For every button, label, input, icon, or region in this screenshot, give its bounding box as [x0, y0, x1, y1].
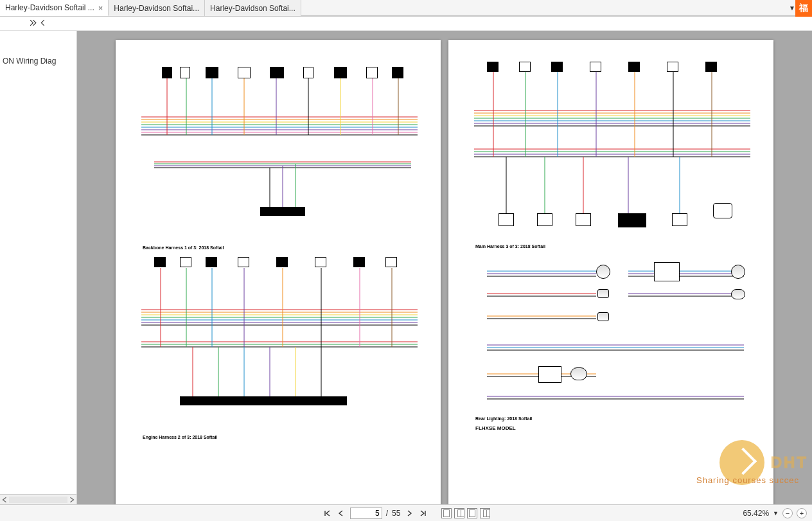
- first-page-button[interactable]: [322, 508, 332, 518]
- pdf-page-right: Main Harness 3 of 3: 2018 Softail Rear L…: [448, 40, 773, 504]
- connector: [705, 62, 717, 72]
- module: [618, 213, 646, 227]
- connector: [590, 62, 601, 72]
- watermark-tagline: Sharing courses succec: [696, 475, 799, 485]
- connector: [667, 62, 678, 72]
- connector: [206, 67, 218, 78]
- module: [713, 203, 732, 218]
- module: [576, 213, 591, 226]
- module: [597, 312, 609, 321]
- diagram-title: Main Harness 3 of 3: 2018 Softail: [475, 244, 545, 249]
- tab-label: Harley-Davidson Softai...: [114, 4, 199, 13]
- current-page-input[interactable]: [350, 508, 382, 519]
- tabs-dropdown-icon[interactable]: ▼: [789, 0, 795, 16]
- lamp-icon: [596, 265, 610, 279]
- connector: [334, 67, 347, 78]
- module: [672, 213, 687, 226]
- watermark-text: DHT: [771, 454, 808, 472]
- connector: [180, 396, 347, 405]
- page-separator: /: [386, 509, 388, 518]
- fu-badge[interactable]: 福: [795, 0, 812, 17]
- module: [499, 213, 514, 226]
- connector: [519, 62, 531, 72]
- connector: [315, 257, 326, 267]
- next-section-icon[interactable]: [30, 19, 37, 28]
- view-mode-group: [441, 508, 490, 518]
- continuous-view-button[interactable]: [467, 508, 477, 518]
- two-page-view-button[interactable]: [454, 508, 464, 518]
- connector: [392, 67, 403, 78]
- connector: [628, 62, 640, 72]
- tab-label: Harley-Davidson Softai...: [210, 4, 296, 13]
- connector: [270, 67, 284, 78]
- model-label: FLHXSE MODEL: [475, 425, 516, 431]
- tab-label: Harley-Davidson Softail ...: [5, 3, 94, 12]
- connector: [551, 62, 563, 72]
- module: [537, 213, 552, 226]
- prev-section-icon[interactable]: [39, 19, 46, 28]
- zoom-out-button[interactable]: −: [782, 508, 793, 518]
- lamp-icon: [570, 367, 587, 380]
- diagram-title: Backbone Harness 1 of 3: 2018 Softail: [143, 245, 224, 250]
- connector: [487, 62, 499, 72]
- scroll-left-icon[interactable]: [1, 497, 8, 503]
- scroll-right-icon[interactable]: [69, 497, 75, 503]
- chevron-down-icon[interactable]: ▼: [773, 510, 779, 517]
- connector: [260, 207, 305, 216]
- tab-3[interactable]: Harley-Davidson Softai...: [205, 0, 301, 16]
- pdf-page-left: Backbone Harness 1 of 3: 2018 Softail En…: [116, 40, 441, 504]
- outline-entry[interactable]: ON Wiring Diag: [0, 31, 76, 68]
- statusbar: / 55 65.42% ▼ − +: [0, 504, 812, 521]
- close-icon[interactable]: ×: [98, 3, 103, 13]
- connector: [238, 67, 251, 78]
- total-pages: 55: [392, 509, 400, 518]
- connector: [162, 67, 172, 78]
- page-viewport[interactable]: Backbone Harness 1 of 3: 2018 Softail En…: [77, 31, 812, 504]
- connector: [385, 257, 397, 267]
- connector: [180, 257, 191, 267]
- module: [654, 262, 680, 281]
- next-page-button[interactable]: [404, 508, 414, 518]
- single-page-view-button[interactable]: [441, 508, 452, 518]
- connector: [303, 67, 313, 78]
- connector: [276, 257, 288, 267]
- tab-1[interactable]: Harley-Davidson Softail ... ×: [0, 0, 109, 16]
- module: [597, 289, 609, 298]
- connector: [366, 67, 378, 78]
- outline-sidebar: ON Wiring Diag: [0, 31, 77, 504]
- tab-bar: Harley-Davidson Softail ... × Harley-Dav…: [0, 0, 812, 17]
- zoom-level: 65.42%: [743, 509, 769, 518]
- wiring-diagram-right: [448, 40, 773, 504]
- sidebar-hscroll[interactable]: [0, 494, 76, 504]
- module: [538, 366, 561, 383]
- zoom-group: 65.42% ▼ − +: [743, 508, 807, 518]
- zoom-in-button[interactable]: +: [797, 508, 807, 518]
- prev-page-button[interactable]: [336, 508, 346, 518]
- connector: [180, 67, 190, 78]
- tab-2[interactable]: Harley-Davidson Softai...: [109, 0, 205, 16]
- page-nav: / 55: [322, 508, 491, 519]
- connector: [206, 257, 217, 267]
- connector: [238, 257, 249, 267]
- diagram-title: Engine Harness 2 of 3: 2018 Softail: [143, 435, 217, 439]
- last-page-button[interactable]: [418, 508, 428, 518]
- lamp-icon: [731, 265, 745, 279]
- continuous-two-page-view-button[interactable]: [480, 508, 490, 518]
- connector: [353, 257, 365, 267]
- connector: [154, 257, 166, 267]
- diagram-title: Rear Lighting: 2018 Softail: [475, 416, 532, 421]
- lamp-icon: [731, 289, 745, 299]
- outline-nav: [0, 17, 812, 31]
